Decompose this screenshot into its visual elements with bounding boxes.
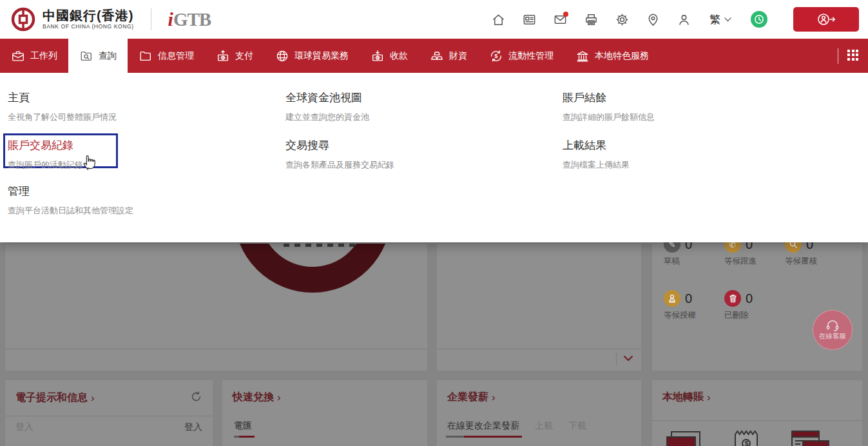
nav-item-worklist[interactable]: 工作列 [0, 39, 68, 73]
menu-item-account-balance[interactable]: 賬戶結餘 查詢詳細的賬戶餘額信息 [563, 90, 655, 123]
nav-item-payments[interactable]: $ 支付 [205, 39, 264, 73]
fx-tab-remittance[interactable]: 電匯 [234, 420, 252, 432]
fx-card-title[interactable]: 快速兌換 [233, 391, 274, 404]
menu-item-desc: 查詢各類產品及服務交易紀錄 [285, 159, 394, 171]
tile-count: 0 [685, 291, 692, 306]
payroll-tab-upload[interactable]: 上載 [535, 420, 553, 432]
stamp-icon [664, 290, 680, 307]
dashboard-icon[interactable] [521, 12, 537, 27]
card-divider [5, 416, 213, 416]
tile-label: 草稿 [664, 256, 723, 267]
chevron-right-icon: › [707, 391, 711, 404]
menu-item-desc: 查詢賬戶的活動記錄 [8, 159, 83, 171]
fx-card: 快速兌換 › 電匯 [222, 380, 427, 446]
payroll-card-title[interactable]: 企業發薪 [447, 391, 488, 404]
bank-name-zh: 中國銀行(香港) [43, 9, 134, 23]
tile-label: 已刪除 [724, 310, 784, 321]
user-icon[interactable] [676, 12, 691, 27]
payroll-tab-online-change[interactable]: 在線更改企業發薪 [447, 420, 519, 432]
payroll-tab-download[interactable]: 下載 [568, 420, 586, 432]
chevron-right-icon: › [277, 391, 281, 404]
nav-item-receivables[interactable]: $ 收款 [360, 39, 419, 73]
menu-item-title: 上載結果 [563, 138, 630, 153]
bank-name-en: BANK OF CHINA (HONG KONG) [43, 24, 134, 30]
workspace-status-card: ✎ 0 草稿 ✆ 0 等候跟進 0 等候覆核 [652, 244, 862, 371]
nav-label: 支付 [235, 50, 253, 62]
menu-item-title: 賬戶交易紀錄 [8, 138, 83, 153]
overview-card [5, 244, 427, 371]
mail-icon[interactable] [552, 12, 568, 27]
nav-item-global-trade[interactable]: 環球貿易業務 [264, 39, 360, 73]
location-icon[interactable] [645, 12, 661, 27]
headset-icon [825, 320, 840, 331]
receive-icon: $ [371, 49, 385, 63]
live-chat-button[interactable]: 在線客服 [813, 310, 853, 350]
bank-name: 中國銀行(香港) BANK OF CHINA (HONG KONG) [43, 9, 134, 30]
nav-item-liquidity[interactable]: $ 流動性管理 [478, 39, 564, 73]
menu-item-desc: 建立並查詢您的資金池 [285, 112, 369, 123]
menu-item-global-pool[interactable]: 全球資金池視圖 建立並查詢您的資金池 [285, 90, 369, 123]
tile-label: 等候覆核 [785, 256, 844, 267]
menu-item-title: 賬戶結餘 [563, 90, 655, 105]
summary-card-footer [437, 349, 641, 371]
nav-label: 查詢 [99, 50, 117, 62]
language-selector[interactable]: 繁 [709, 12, 731, 27]
alerts-login-right[interactable]: 登入 [184, 422, 202, 433]
logout-button[interactable] [793, 7, 859, 32]
overview-card-footer [5, 349, 427, 371]
apps-grid-icon[interactable] [847, 50, 860, 63]
card-divider [652, 420, 862, 421]
printer-icon[interactable] [583, 12, 599, 27]
browser-cards-icon[interactable] [790, 429, 830, 446]
transfer-type-icons: $ [665, 429, 830, 446]
nav-label: 流動性管理 [508, 50, 554, 62]
globe-icon [275, 49, 289, 63]
menu-item-transaction-search[interactable]: 交易搜尋 查詢各類產品及服務交易紀錄 [285, 138, 394, 171]
menu-item-title: 主頁 [8, 90, 117, 105]
footer-divider [616, 353, 617, 366]
nav-label: 本地特色服務 [595, 50, 649, 62]
bank-logo[interactable]: 中國銀行(香港) BANK OF CHINA (HONG KONG) iGTB [10, 6, 211, 32]
menu-item-account-activities[interactable]: 賬戶交易紀錄 查詢賬戶的活動記錄 [8, 138, 83, 171]
alerts-card-title[interactable]: 電子提示和信息 [15, 391, 88, 405]
refresh-icon[interactable] [190, 391, 202, 405]
menu-item-home[interactable]: 主頁 全視角了解公司整體賬戶情況 [8, 90, 117, 123]
local-transfer-card-title[interactable]: 本地轉賬 [662, 391, 704, 404]
alerts-login-left[interactable]: 登入 [15, 422, 34, 433]
menu-item-desc: 查詢詳細的賬戶餘額信息 [563, 112, 655, 123]
receipt-icon[interactable]: $ [733, 429, 759, 446]
menu-item-admin[interactable]: 管理 查詢平台活動日誌和其他管理設定 [8, 184, 133, 217]
liquidity-cycle-icon: $ [489, 49, 503, 63]
menu-item-upload-results[interactable]: 上載結果 查詢檔案上傳結果 [563, 138, 630, 171]
session-timer-icon[interactable] [751, 11, 767, 28]
svg-text:$: $ [377, 55, 380, 60]
chevron-right-icon: › [91, 392, 95, 405]
search-folder-icon [79, 49, 93, 63]
pay-out-icon: $ [216, 49, 230, 63]
expand-chevron-down-icon[interactable] [623, 353, 633, 364]
nav-label: 工作列 [30, 50, 57, 62]
chevron-down-icon [724, 17, 731, 22]
tile-label: 等候跟進 [724, 256, 784, 267]
gear-icon[interactable] [614, 12, 630, 27]
nav-item-local-services[interactable]: 本地特色服務 [564, 39, 660, 73]
page: 中國銀行(香港) BANK OF CHINA (HONG KONG) iGTB [0, 0, 868, 446]
nav-item-message-mgmt[interactable]: 信息管理 [128, 39, 205, 73]
svg-text:$: $ [222, 55, 225, 60]
menu-item-title: 交易搜尋 [285, 138, 394, 153]
live-chat-label: 在線客服 [819, 332, 846, 341]
folder-icon [139, 49, 153, 63]
payroll-tab-underline [446, 436, 522, 438]
local-transfer-card: 本地轉賬 › $ [652, 380, 862, 446]
summary-card [437, 244, 641, 371]
menu-item-title: 全球資金池視圖 [285, 90, 369, 105]
nav-item-treasury[interactable]: 財資 [419, 39, 478, 73]
status-tile-deleted[interactable]: 0 已刪除 [724, 290, 784, 321]
donut-chart [234, 244, 391, 293]
status-tile-authorize[interactable]: 0 等候授權 [664, 290, 723, 321]
fx-tab-underline [234, 436, 255, 438]
nav-item-enquiry[interactable]: 查詢 [68, 39, 128, 73]
stacked-cards-icon[interactable] [665, 429, 702, 446]
home-icon[interactable] [490, 12, 506, 27]
igtb-gtb: GTB [173, 10, 211, 29]
